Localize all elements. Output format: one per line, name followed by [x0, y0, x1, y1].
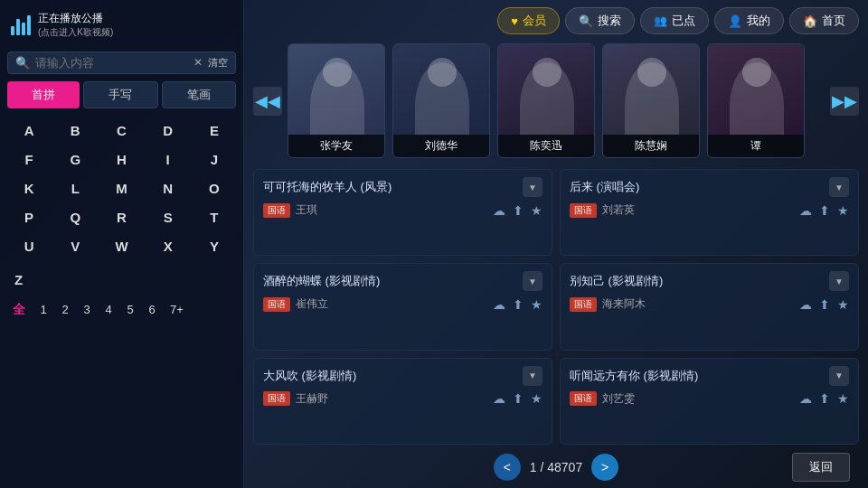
alpha-e[interactable]: E: [193, 117, 236, 144]
alpha-o[interactable]: O: [193, 175, 236, 202]
alpha-x[interactable]: X: [146, 233, 190, 259]
lang-badge-3: 国语: [570, 297, 597, 312]
queue-icon-0[interactable]: ⬆: [513, 203, 524, 218]
alpha-t[interactable]: T: [193, 204, 236, 230]
artist-card-3[interactable]: 陈慧娴: [602, 43, 700, 158]
alpha-m[interactable]: M: [99, 175, 143, 202]
carousel-prev-button[interactable]: ◀◀: [253, 87, 282, 116]
nav-search-button[interactable]: 🔍 搜索: [565, 7, 635, 34]
expand-icon-4[interactable]: ▼: [523, 366, 542, 386]
search-row[interactable]: 🔍 ✕ 清空: [7, 52, 236, 74]
action-icons-0: ☁ ⬆ ★: [493, 203, 542, 218]
alpha-l[interactable]: L: [53, 175, 97, 202]
clear-button[interactable]: 清空: [208, 56, 228, 70]
alpha-r[interactable]: R: [99, 204, 143, 230]
queue-icon-3[interactable]: ⬆: [819, 297, 830, 312]
expand-icon-1[interactable]: ▼: [829, 177, 849, 197]
expand-icon-5[interactable]: ▼: [829, 366, 849, 386]
song-title-2: 酒醉的蝴蝶 (影视剧情): [263, 273, 523, 289]
nav-member-button[interactable]: ♥ 会员: [497, 7, 560, 34]
artist-card-2[interactable]: 陈奕迅: [497, 43, 595, 158]
nav-ordered-button[interactable]: 👥 已点: [640, 7, 709, 34]
download-icon-0[interactable]: ☁: [493, 203, 505, 218]
back-button[interactable]: 返回: [792, 453, 850, 482]
num-1-button[interactable]: 1: [34, 299, 52, 320]
download-icon-4[interactable]: ☁: [493, 391, 505, 406]
artist-photo-4: [708, 44, 805, 135]
expand-icon-2[interactable]: ▼: [523, 271, 542, 291]
alpha-w[interactable]: W: [99, 233, 143, 259]
artist-card-1[interactable]: 刘德华: [392, 43, 490, 158]
download-icon-5[interactable]: ☁: [799, 391, 812, 406]
alpha-y[interactable]: Y: [193, 233, 236, 259]
bars-icon: [11, 14, 31, 35]
song-item-2[interactable]: 酒醉的蝴蝶 (影视剧情) ▼ 国语 崔伟立 ☁ ⬆ ★: [253, 263, 552, 350]
song-artist-1: 刘若英: [602, 202, 794, 218]
artist-card-0[interactable]: 张学友: [288, 43, 385, 158]
alpha-v[interactable]: V: [53, 233, 97, 259]
alpha-f[interactable]: F: [7, 146, 51, 173]
num-2-button[interactable]: 2: [56, 299, 74, 320]
expand-icon-3[interactable]: ▼: [829, 271, 849, 291]
alpha-j[interactable]: J: [193, 146, 236, 173]
favorite-icon-4[interactable]: ★: [531, 391, 542, 406]
nav-mine-button[interactable]: 👤 我的: [714, 7, 784, 34]
pagination-prev-button[interactable]: <: [494, 454, 521, 481]
alpha-q[interactable]: Q: [53, 204, 97, 230]
artist-name-0: 张学友: [288, 135, 384, 157]
song-item-0[interactable]: 可可托海的牧羊人 (风景) ▼ 国语 王琪 ☁ ⬆ ★: [253, 169, 552, 256]
num-3-button[interactable]: 3: [78, 299, 96, 320]
song-title-1: 后来 (演唱会): [570, 179, 829, 195]
alpha-s[interactable]: S: [146, 204, 190, 230]
mode-shoupin-button[interactable]: 首拼: [7, 81, 80, 108]
alpha-n[interactable]: N: [146, 175, 190, 202]
expand-icon-0[interactable]: ▼: [523, 177, 542, 197]
artist-carousel: ◀◀ 张学友 刘德华: [253, 43, 859, 158]
num-7plus-button[interactable]: 7+: [165, 299, 189, 320]
song-item-3[interactable]: 别知己 (影视剧情) ▼ 国语 海来阿木 ☁ ⬆ ★: [560, 263, 859, 350]
artist-card-4[interactable]: 谭: [707, 43, 805, 158]
num-6-button[interactable]: 6: [143, 299, 161, 320]
carousel-next-button[interactable]: ▶▶: [830, 87, 859, 116]
favorite-icon-2[interactable]: ★: [531, 297, 542, 312]
alpha-b[interactable]: B: [53, 117, 97, 144]
alpha-h[interactable]: H: [99, 146, 143, 173]
lang-badge-0: 国语: [263, 203, 290, 218]
alphabet-grid: A B C D E F G H I J K L M N O P Q R S T …: [7, 117, 236, 259]
alpha-c[interactable]: C: [99, 117, 143, 144]
mode-shuxie-button[interactable]: 手写: [83, 81, 157, 108]
alpha-p[interactable]: P: [7, 204, 51, 230]
download-icon-1[interactable]: ☁: [799, 203, 812, 218]
favorite-icon-1[interactable]: ★: [837, 203, 849, 218]
song-item-5[interactable]: 听闻远方有你 (影视剧情) ▼ 国语 刘艺雯 ☁ ⬆ ★: [560, 358, 859, 445]
alpha-z[interactable]: Z: [7, 267, 236, 293]
alpha-g[interactable]: G: [53, 146, 97, 173]
num-all-button[interactable]: 全: [7, 298, 31, 322]
num-4-button[interactable]: 4: [99, 299, 118, 320]
song-item-1[interactable]: 后来 (演唱会) ▼ 国语 刘若英 ☁ ⬆ ★: [560, 169, 859, 256]
queue-icon-2[interactable]: ⬆: [513, 297, 524, 312]
favorite-icon-5[interactable]: ★: [837, 391, 849, 406]
queue-icon-1[interactable]: ⬆: [819, 203, 830, 218]
right-panel: ♥ 会员 🔍 搜索 👥 已点 👤 我的 🏠 首页 ◀◀: [244, 0, 868, 488]
now-playing-text[interactable]: 正在播放公播 (点击进入K歌视频): [38, 11, 113, 39]
alpha-a[interactable]: A: [7, 117, 51, 144]
num-5-button[interactable]: 5: [121, 299, 139, 320]
song-item-4[interactable]: 大风吹 (影视剧情) ▼ 国语 王赫野 ☁ ⬆ ★: [253, 358, 552, 445]
download-icon-3[interactable]: ☁: [799, 297, 812, 312]
nav-home-button[interactable]: 🏠 首页: [789, 7, 859, 34]
alpha-u[interactable]: U: [7, 233, 51, 259]
alpha-k[interactable]: K: [7, 175, 51, 202]
alpha-d[interactable]: D: [146, 117, 190, 144]
alpha-i[interactable]: I: [146, 146, 190, 173]
queue-icon-4[interactable]: ⬆: [513, 391, 524, 406]
song-artist-2: 崔伟立: [296, 296, 487, 312]
download-icon-2[interactable]: ☁: [493, 297, 505, 312]
pagination-next-button[interactable]: >: [591, 454, 618, 481]
favorite-icon-3[interactable]: ★: [837, 297, 849, 312]
songs-grid: 可可托海的牧羊人 (风景) ▼ 国语 王琪 ☁ ⬆ ★ 后来 (演唱会): [253, 169, 859, 445]
queue-icon-5[interactable]: ⬆: [819, 391, 830, 406]
favorite-icon-0[interactable]: ★: [531, 203, 542, 218]
search-input[interactable]: [35, 56, 188, 70]
mode-bihua-button[interactable]: 笔画: [162, 81, 236, 108]
